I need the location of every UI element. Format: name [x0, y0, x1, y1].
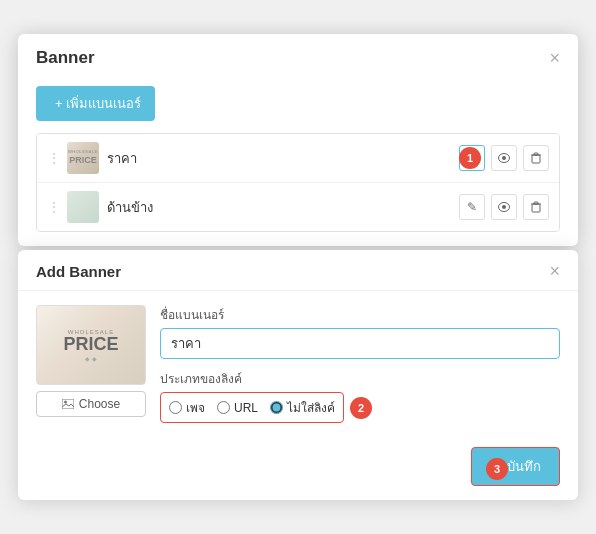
modal-close-button[interactable]: ×: [549, 49, 560, 67]
panel-title: Add Banner: [36, 263, 121, 280]
thumb-image: [67, 191, 99, 223]
panel-body: WHOLESALE PRICE ◆ ◆ Choose ชื่อแบนเนอ: [18, 291, 578, 437]
svg-rect-2: [532, 155, 540, 163]
banner-actions: 1 ✎: [459, 145, 549, 171]
banner-item: ⋮ ด้านข้าง ✎: [37, 183, 559, 231]
edit-button[interactable]: ✎: [459, 194, 485, 220]
modal-body: + เพิ่มแบนเนอร์ ⋮ WHOLESALE PRICE ราคา: [18, 78, 578, 246]
svg-point-11: [64, 401, 67, 404]
save-button[interactable]: ✓ บันทึก: [471, 447, 560, 486]
radio-no-link[interactable]: ไม่ใส่ลิงค์: [270, 398, 335, 417]
modal-title: Banner: [36, 48, 95, 68]
trash-icon: [531, 152, 541, 164]
banner-thumbnail: WHOLESALE PRICE: [67, 142, 99, 174]
thumb-image: WHOLESALE PRICE: [67, 142, 99, 174]
image-preview-section: WHOLESALE PRICE ◆ ◆ Choose: [36, 305, 146, 423]
panel-close-button[interactable]: ×: [549, 262, 560, 280]
svg-rect-7: [532, 204, 540, 212]
form-section: ชื่อแบนเนอร์ ประเภทของลิงค์ 2 เพจ URL: [160, 305, 560, 423]
panel-header: Add Banner ×: [18, 250, 578, 291]
banner-item: ⋮ WHOLESALE PRICE ราคา 1 ✎: [37, 134, 559, 183]
name-label: ชื่อแบนเนอร์: [160, 305, 560, 324]
badge-1: 1: [459, 147, 481, 169]
radio-url[interactable]: URL: [217, 401, 258, 415]
preview-price-text: PRICE: [63, 335, 118, 353]
trash-icon: [531, 201, 541, 213]
svg-rect-9: [534, 202, 538, 204]
view-button[interactable]: [491, 194, 517, 220]
delete-button[interactable]: [523, 145, 549, 171]
drag-handle-icon[interactable]: ⋮: [47, 199, 61, 215]
choose-button[interactable]: Choose: [36, 391, 146, 417]
svg-point-6: [502, 205, 506, 209]
banner-modal: Banner × + เพิ่มแบนเนอร์ ⋮ WHOLESALE PRI…: [18, 34, 578, 246]
eye-icon: [498, 153, 510, 163]
svg-point-1: [502, 156, 506, 160]
drag-handle-icon[interactable]: ⋮: [47, 150, 61, 166]
banner-thumbnail: [67, 191, 99, 223]
banner-name-input[interactable]: [160, 328, 560, 359]
choose-label: Choose: [79, 397, 120, 411]
radio-page[interactable]: เพจ: [169, 398, 205, 417]
panel-footer: 3 ✓ บันทึก: [18, 437, 578, 500]
svg-rect-10: [62, 399, 74, 409]
delete-button[interactable]: [523, 194, 549, 220]
badge-2: 2: [350, 397, 372, 419]
image-icon: [62, 399, 74, 409]
view-button[interactable]: [491, 145, 517, 171]
banner-name: ด้านข้าง: [107, 197, 459, 218]
eye-icon: [498, 202, 510, 212]
svg-rect-4: [534, 153, 538, 155]
add-banner-panel: Add Banner × WHOLESALE PRICE ◆ ◆: [18, 250, 578, 500]
image-preview: WHOLESALE PRICE ◆ ◆: [36, 305, 146, 385]
banner-name: ราคา: [107, 148, 459, 169]
radio-group-link-type: เพจ URL ไม่ใส่ลิงค์: [160, 392, 344, 423]
modal-header: Banner ×: [18, 34, 578, 78]
save-label: บันทึก: [507, 456, 541, 477]
banner-actions: ✎: [459, 194, 549, 220]
add-banner-button[interactable]: + เพิ่มแบนเนอร์: [36, 86, 155, 121]
banner-list: ⋮ WHOLESALE PRICE ราคา 1 ✎: [36, 133, 560, 232]
link-type-label: ประเภทของลิงค์: [160, 369, 560, 388]
badge-3: 3: [486, 458, 508, 480]
